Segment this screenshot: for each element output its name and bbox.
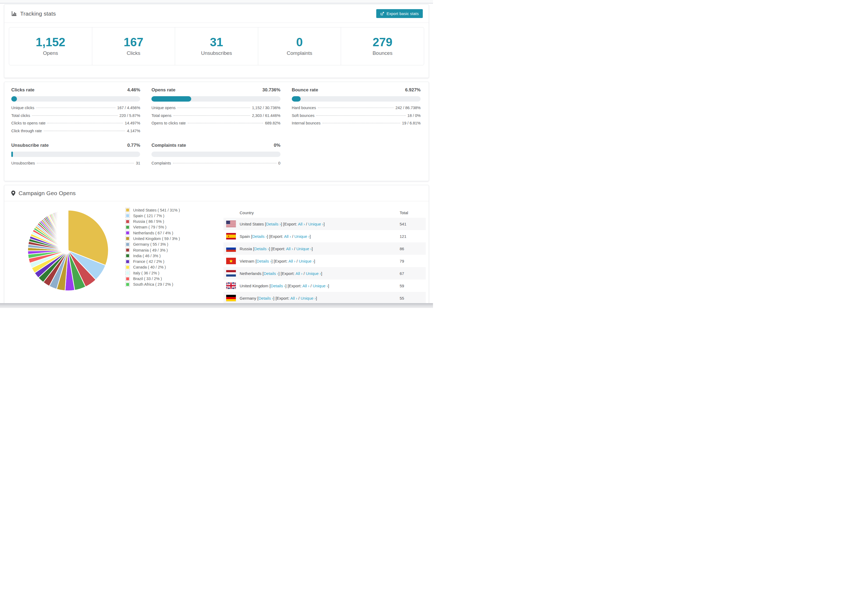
flag-vn-icon <box>226 258 236 264</box>
details-link[interactable]: Details › <box>264 271 279 276</box>
rate-block-unsubscribe-rate: Unsubscribe rate 0.77% Unsubscribes 31 <box>11 143 140 169</box>
country-name: Netherlands <box>239 271 261 276</box>
stat-label: Opens <box>43 50 58 56</box>
rate-detail-value: 242 / 86.738% <box>395 105 420 110</box>
rate-rows: Unique clicks 167 / 4.456% Total clicks … <box>11 105 140 136</box>
rate-rows: Unsubscribes 31 <box>11 161 140 169</box>
geo-section-title: Campaign Geo Opens <box>19 190 76 196</box>
tracking-stats-page: Tracking stats Export basic stats 1,152 … <box>0 0 433 308</box>
progress-fill <box>11 96 17 102</box>
progress-track <box>11 152 140 157</box>
legend-item-canada: Canada ( 40 / 2% ) <box>125 265 180 270</box>
progress-track <box>292 96 420 102</box>
details-link[interactable]: Details › <box>271 284 285 288</box>
export-unique-link[interactable]: Unique › <box>301 296 316 300</box>
country-cell: Germany [Details ›] [Export: All › / Uni… <box>239 296 400 300</box>
export-unique-link[interactable]: Unique › <box>299 259 314 263</box>
country-cell: United Kingdom [Details ›] [Export: All … <box>239 284 400 288</box>
rate-value: 0.77% <box>127 143 140 148</box>
campaign-geo-opens-card: Campaign Geo Opens United States ( 541 /… <box>4 185 429 308</box>
country-name: Vietnam <box>239 259 254 263</box>
country-name: United States <box>239 222 264 226</box>
geo-header: Campaign Geo Opens <box>4 185 429 201</box>
flag-ru-icon <box>226 245 236 252</box>
geo-opens-pie-chart <box>25 207 111 294</box>
rate-detail-value: 18 / 0% <box>408 113 420 118</box>
dotted-leader <box>173 163 277 163</box>
stat-card-clicks: 167 Clicks <box>92 27 175 65</box>
flag-nl-icon <box>226 270 236 277</box>
dotted-leader <box>316 115 406 116</box>
rate-title: Opens rate <box>151 87 175 93</box>
export-all-link[interactable]: All › <box>286 247 293 251</box>
rate-detail-value: 689.82% <box>265 121 280 125</box>
legend-swatch <box>125 219 130 224</box>
legend-label: India ( 46 / 3% ) <box>133 254 161 258</box>
rate-detail-label: Opens to clicks rate <box>151 121 186 125</box>
geo-opens-table: Country Total United States [Details ›] … <box>224 208 426 304</box>
rate-head: Unsubscribe rate 0.77% <box>11 143 140 148</box>
geo-table-row-netherlands: Netherlands [Details ›] [Export: All › /… <box>224 267 426 280</box>
rate-value: 30.736% <box>263 87 280 93</box>
export-all-link[interactable]: All › <box>298 222 305 226</box>
details-link[interactable]: Details › <box>257 259 271 263</box>
export-all-link[interactable]: All › <box>296 271 302 276</box>
rate-detail-value: 19 / 6.81% <box>402 121 420 125</box>
country-cell: Spain [Details ›] [Export: All › / Uniqu… <box>239 234 400 239</box>
rate-detail-label: Unsubscribes <box>11 161 35 165</box>
rate-detail-value: 0 <box>279 161 280 165</box>
rate-head: Clicks rate 4.46% <box>11 87 140 93</box>
rate-head: Opens rate 30.736% <box>151 87 280 93</box>
legend-label: Netherlands ( 67 / 4% ) <box>133 231 173 235</box>
legend-item-india: India ( 46 / 3% ) <box>125 253 180 258</box>
stat-value: 1,152 <box>36 36 65 48</box>
progress-fill <box>151 96 191 102</box>
export-all-link[interactable]: All › <box>290 296 297 300</box>
details-link[interactable]: Details › <box>258 296 273 300</box>
legend-item-vietnam: Vietnam ( 79 / 5% ) <box>125 225 180 229</box>
total-column-header: Total <box>400 211 426 215</box>
details-link[interactable]: Details › <box>252 234 267 239</box>
export-unique-link[interactable]: Unique › <box>296 247 312 251</box>
legend-label: Vietnam ( 79 / 5% ) <box>133 225 167 229</box>
geo-table-header: Country Total <box>224 208 426 218</box>
stat-value: 31 <box>210 36 223 48</box>
export-label: Export: <box>272 247 285 251</box>
stat-label: Complaints <box>287 50 312 56</box>
rate-title: Bounce rate <box>292 87 318 93</box>
export-unique-link[interactable]: Unique › <box>294 234 310 239</box>
export-all-link[interactable]: All › <box>284 234 291 239</box>
rate-detail-label: Soft bounces <box>292 113 315 118</box>
country-cell: Netherlands [Details ›] [Export: All › /… <box>239 271 400 276</box>
total-cell: 67 <box>400 271 426 276</box>
export-basic-stats-button[interactable]: Export basic stats <box>376 9 423 18</box>
rate-title: Unsubscribe rate <box>11 143 49 148</box>
progress-fill <box>11 152 13 157</box>
rate-detail-row: Clicks to opens rate 14.497% <box>11 121 140 129</box>
dotted-leader <box>323 123 400 123</box>
export-all-link[interactable]: All › <box>302 284 309 288</box>
stat-value: 279 <box>373 36 392 48</box>
dotted-leader <box>36 107 115 108</box>
export-unique-link[interactable]: Unique › <box>306 271 321 276</box>
export-unique-link[interactable]: Unique › <box>313 284 328 288</box>
legend-swatch <box>125 277 130 281</box>
tracking-stats-title-wrap: Tracking stats <box>11 11 56 17</box>
legend-label: United Kingdom ( 59 / 3% ) <box>133 237 180 241</box>
export-label: Export: <box>270 234 283 239</box>
legend-swatch <box>125 225 130 229</box>
rate-value: 0% <box>274 143 280 148</box>
rate-detail-value: 2,303 / 61.446% <box>252 113 280 118</box>
dotted-leader <box>178 107 250 108</box>
rate-detail-value: 220 / 5.87% <box>120 113 140 118</box>
progress-track <box>151 152 280 157</box>
dotted-leader <box>173 115 250 116</box>
details-link[interactable]: Details › <box>254 247 269 251</box>
export-unique-link[interactable]: Unique › <box>308 222 324 226</box>
legend-swatch <box>125 208 130 212</box>
details-link[interactable]: Details › <box>266 222 281 226</box>
rate-detail-row: Opens to clicks rate 689.82% <box>151 121 280 129</box>
rate-detail-row: Hard bounces 242 / 86.738% <box>292 105 420 113</box>
export-all-link[interactable]: All › <box>288 259 296 263</box>
legend-label: Russia ( 86 / 5% ) <box>133 219 164 224</box>
